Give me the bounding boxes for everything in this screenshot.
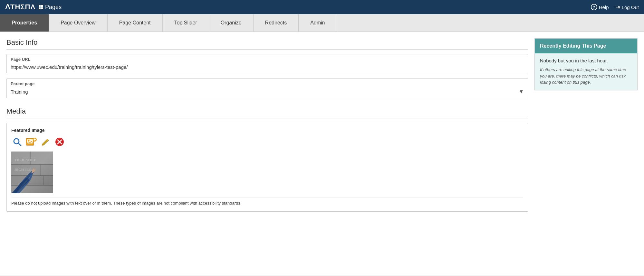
featured-image-label: Featured Image [11, 128, 523, 133]
featured-image-box: Featured Image [6, 123, 528, 212]
image-actions [11, 136, 523, 148]
logout-link[interactable]: ⇥ Log Out [615, 4, 639, 11]
basic-info-title: Basic Info [6, 38, 528, 50]
page-url-label: Page URL [7, 54, 528, 63]
logout-label: Log Out [622, 5, 639, 10]
grid-icon [39, 5, 43, 9]
search-image-button[interactable] [11, 136, 23, 148]
nobody-text: Nobody but you in the last hour. [540, 58, 632, 63]
recently-editing-header: Recently Editing This Page [535, 39, 637, 53]
parent-page-select[interactable]: Training ▼ [7, 87, 528, 98]
logo-area: ɅΤΗΣΠΛ Pages [5, 3, 62, 11]
tab-organize[interactable]: Organize [209, 14, 254, 32]
tab-page-content[interactable]: Page Content [108, 14, 163, 32]
featured-image-thumbnail: TIL JUSTICE RIGHTEO... [11, 152, 53, 193]
conflict-warning: If others are editing this page at the s… [540, 67, 632, 86]
sidebar: Recently Editing This Page Nobody but yo… [534, 38, 638, 269]
svg-text:TIL JUSTICE: TIL JUSTICE [14, 158, 36, 162]
recently-editing-panel: Recently Editing This Page Nobody but yo… [534, 38, 638, 90]
help-link[interactable]: ? Help [591, 4, 609, 10]
add-image-button[interactable] [25, 136, 37, 148]
parent-page-field: Parent page Training ▼ [6, 78, 528, 98]
parent-page-label: Parent page [7, 79, 528, 87]
help-icon: ? [591, 4, 597, 10]
tabs-bar: Properties Page Overview Page Content To… [0, 14, 644, 32]
parent-page-value: Training [11, 89, 28, 95]
page-url-field: Page URL https://www.uwec.edu/training/t… [6, 54, 528, 73]
help-label: Help [599, 5, 609, 10]
svg-line-1 [18, 143, 21, 146]
tab-redirects[interactable]: Redirects [254, 14, 299, 32]
svg-rect-18 [11, 176, 53, 185]
tab-properties[interactable]: Properties [0, 14, 49, 32]
media-title: Media [6, 107, 528, 118]
media-section: Media Featured Image [6, 107, 528, 212]
logout-icon: ⇥ [615, 4, 620, 11]
nav-links: ? Help ⇥ Log Out [591, 4, 639, 11]
image-note: Please do not upload images with text ov… [11, 197, 523, 207]
svg-text:RIGHTEO...: RIGHTEO... [14, 168, 34, 171]
top-navigation: ɅΤΗΣΠΛ Pages ? Help ⇥ Log Out [0, 0, 644, 14]
main-content: Basic Info Page URL https://www.uwec.edu… [0, 32, 644, 275]
chevron-down-icon: ▼ [519, 89, 524, 95]
remove-image-button[interactable] [54, 136, 65, 148]
pages-text: Pages [45, 4, 62, 11]
tab-admin[interactable]: Admin [299, 14, 337, 32]
tab-top-slider[interactable]: Top Slider [163, 14, 209, 32]
logo-text: ɅΤΗΣΠΛ [5, 3, 35, 11]
edit-image-button[interactable] [40, 136, 51, 148]
svg-point-4 [28, 140, 30, 142]
page-url-value[interactable]: https://www.uwec.edu/training/training/t… [7, 63, 528, 73]
tab-page-overview[interactable]: Page Overview [49, 14, 108, 32]
recently-editing-body: Nobody but you in the last hour. If othe… [535, 53, 637, 90]
content-area: Basic Info Page URL https://www.uwec.edu… [6, 38, 528, 269]
pages-label: Pages [39, 4, 62, 11]
